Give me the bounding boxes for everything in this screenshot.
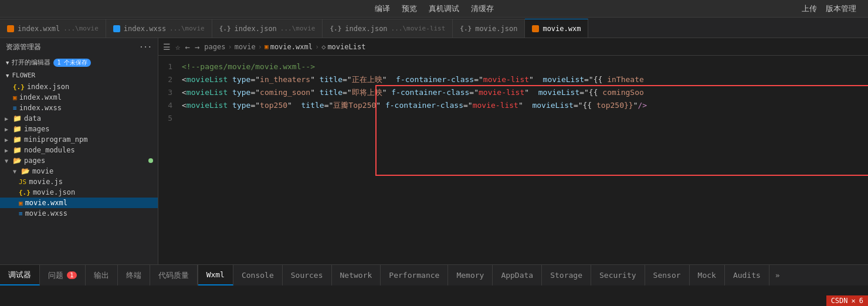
filename: movie — [32, 167, 53, 175]
sidebar-item-index-json[interactable]: {.} index.json — [0, 81, 158, 92]
tab-label: Storage — [550, 271, 582, 280]
js-file-icon: JS — [19, 178, 26, 186]
sidebar-item-node-modules[interactable]: ▶ 📁 node_modules — [0, 145, 158, 155]
project-name: FLOWER — [12, 72, 35, 79]
folder-arrow: ▼ — [13, 168, 16, 175]
devtools-tab-storage[interactable]: Storage — [542, 265, 591, 285]
clear-cache-button[interactable]: 清缓存 — [471, 4, 494, 14]
tab-index-json-movie-list[interactable]: {.} index.json ...\movie-list — [323, 19, 453, 38]
code-editor[interactable]: 1 <!--pages/movie/movie.wxml--> 2 <movie… — [158, 56, 868, 264]
line-number: 1 — [158, 60, 182, 73]
terminal-tab[interactable]: 终端 — [118, 265, 150, 285]
tab-sublabel: ...\movie — [280, 25, 316, 32]
devtools-tab-security[interactable]: Security — [591, 265, 645, 285]
filename: movie.wxss — [25, 209, 67, 217]
collapse-arrow: ▼ — [6, 73, 9, 79]
debugger-tab[interactable]: 调试器 — [0, 265, 40, 285]
sidebar-item-index-wxml[interactable]: ▣ index.wxml — [0, 92, 158, 103]
project-section[interactable]: ▼ FLOWER — [0, 69, 158, 81]
sidebar-title: 资源管理器 — [6, 42, 41, 52]
main-layout: 资源管理器 ··· ▼ 打开的编辑器 1 个未保存 ▼ FLOWER {.} i… — [0, 38, 868, 264]
bottom-panel: 调试器 问题 1 输出 终端 代码质量 Wxml Console Sources… — [0, 264, 868, 285]
sidebar-item-index-wxss[interactable]: ≡ index.wxss — [0, 103, 158, 113]
menu-icon[interactable]: ☰ — [163, 42, 171, 52]
devtools-tab-audits[interactable]: Audits — [725, 265, 769, 285]
tab-label: index.json — [345, 25, 387, 33]
filename: pages — [24, 157, 45, 165]
devtools-tab-network[interactable]: Network — [332, 265, 381, 285]
tab-movie-wxml[interactable]: movie.wxm — [525, 19, 588, 38]
tab-movie-json[interactable]: {.} movie.json — [453, 19, 525, 38]
tab-label: AppData — [501, 271, 533, 280]
devtools-tab-sources[interactable]: Sources — [283, 265, 332, 285]
tab-label: index.wxml — [18, 25, 60, 33]
tab-index-wxml[interactable]: index.wxml ...\movie — [0, 19, 106, 38]
folder-icon: 📁 — [13, 146, 22, 154]
code-line-4: 4 <movieList type="top250" title="豆瓣Top2… — [158, 99, 868, 112]
tab-index-json-movie[interactable]: {.} index.json ...\movie — [212, 19, 323, 38]
compile-button[interactable]: 编译 — [375, 4, 390, 14]
tab-label: Console — [242, 271, 274, 280]
code-line-3: 3 <movieList type="coming_soon" title="即… — [158, 86, 868, 99]
editor-toolbar-row: ☰ ☆ ← → pages › movie › ▣ movie.wxml › ◇… — [158, 38, 868, 56]
code-quality-tab[interactable]: 代码质量 — [150, 265, 198, 285]
sidebar-item-data[interactable]: ▶ 📁 data — [0, 113, 158, 124]
sidebar-more-icon[interactable]: ··· — [139, 43, 152, 51]
filename: data — [24, 114, 41, 123]
output-tab[interactable]: 输出 — [86, 265, 118, 285]
devtools-tab-sensor[interactable]: Sensor — [645, 265, 690, 285]
devtools-tab-mock[interactable]: Mock — [690, 265, 725, 285]
forward-button[interactable]: → — [195, 42, 199, 52]
folder-open-icon: 📂 — [13, 157, 22, 165]
top-toolbar-right: 上传 版本管理 — [802, 4, 856, 14]
tab-label: Network — [340, 271, 372, 280]
sidebar-item-pages[interactable]: ▼ 📂 pages — [0, 155, 158, 166]
code-lines: 1 <!--pages/movie/movie.wxml--> 2 <movie… — [158, 56, 868, 130]
tab-label: Security — [599, 271, 636, 280]
sidebar-item-movie-wxss[interactable]: ≡ movie.wxss — [0, 208, 158, 219]
devtools-tab-performance[interactable]: Performance — [381, 265, 448, 285]
tab-label: 代码质量 — [158, 270, 189, 281]
sidebar-item-images[interactable]: ▶ 📁 images — [0, 124, 158, 134]
real-device-button[interactable]: 真机调试 — [429, 4, 459, 14]
open-editors-label: 打开的编辑器 — [12, 58, 50, 67]
tab-label: Mock — [698, 271, 716, 280]
filename: node_modules — [24, 146, 75, 154]
sidebar-item-movie-js[interactable]: JS movie.js — [0, 176, 158, 187]
open-editors-section[interactable]: ▼ 打开的编辑器 1 个未保存 — [0, 56, 158, 69]
tab-label: movie.json — [475, 25, 517, 33]
upload-button[interactable]: 上传 — [802, 4, 817, 14]
tab-label: 问题 — [48, 270, 63, 281]
json-icon: {.} — [330, 25, 341, 32]
bookmark-icon[interactable]: ☆ — [175, 42, 180, 52]
sidebar-item-miniprogram-npm[interactable]: ▶ 📁 miniprogram_npm — [0, 134, 158, 145]
bottom-tabs-left: 调试器 问题 1 输出 终端 代码质量 — [0, 265, 198, 285]
tab-index-wxss[interactable]: index.wxss ...\movie — [106, 19, 212, 38]
back-button[interactable]: ← — [185, 42, 189, 52]
devtools-tab-memory[interactable]: Memory — [448, 265, 493, 285]
problems-tab[interactable]: 问题 1 — [40, 265, 86, 285]
breadcrumb-file: ▣ movie.wxml — [265, 43, 313, 51]
tab-label: Memory — [456, 271, 484, 280]
version-manager-button[interactable]: 版本管理 — [826, 4, 856, 14]
sidebar-item-movie-wxml[interactable]: ▣ movie.wxml — [0, 198, 158, 208]
preview-button[interactable]: 预览 — [402, 4, 417, 14]
editor-area: ☰ ☆ ← → pages › movie › ▣ movie.wxml › ◇… — [158, 38, 868, 264]
collapse-arrow: ▼ — [6, 60, 9, 66]
more-devtools-button[interactable]: » — [769, 265, 786, 285]
sidebar-item-movie-json[interactable]: {.} movie.json — [0, 187, 158, 198]
problems-badge: 1 — [67, 271, 77, 279]
json-icon: {.} — [219, 25, 231, 32]
csdn-label: CSDN — [831, 297, 848, 305]
tab-label: index.json — [235, 25, 277, 33]
devtools-tab-appdata[interactable]: AppData — [493, 265, 542, 285]
breadcrumb-part: movie — [235, 43, 256, 51]
line-content: <movieList type="in_theaters" title="正在上… — [182, 73, 868, 86]
wxml-file-icon: ▣ — [19, 199, 23, 207]
folder-icon: 📁 — [13, 114, 22, 123]
sidebar-item-movie[interactable]: ▼ 📂 movie — [0, 166, 158, 176]
filename: movie.js — [29, 178, 63, 186]
devtools-tab-wxml[interactable]: Wxml — [198, 265, 233, 285]
code-line-5: 5 — [158, 112, 868, 125]
devtools-tab-console[interactable]: Console — [233, 265, 283, 285]
